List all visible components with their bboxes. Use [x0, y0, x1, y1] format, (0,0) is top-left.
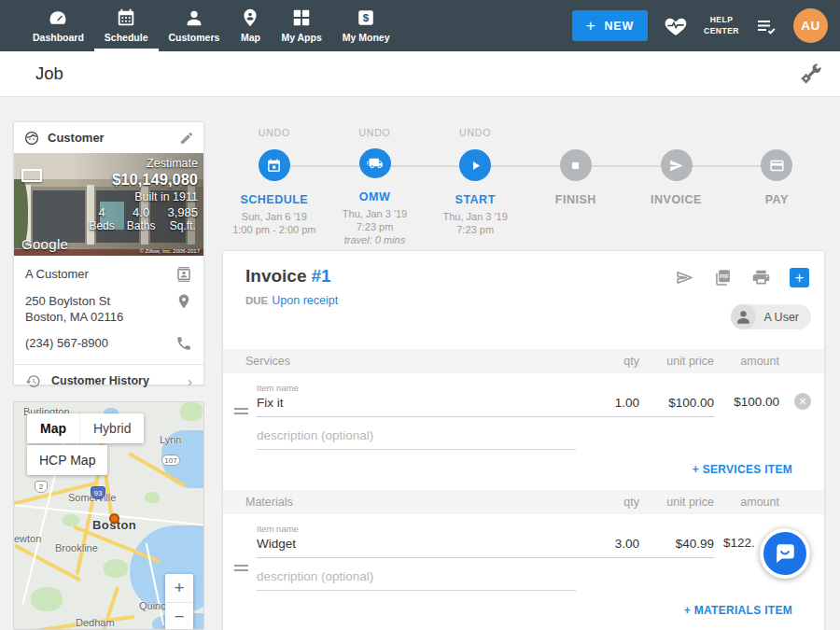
- add-materials-item-link[interactable]: + MATERIALS ITEM: [223, 604, 824, 617]
- sqft-value: 3,985: [167, 205, 198, 219]
- map-park: [180, 402, 203, 421]
- material-unit-price-input[interactable]: [639, 535, 714, 558]
- material-name-input[interactable]: [257, 535, 574, 558]
- services-section-header: Services qty unit price amount: [223, 349, 824, 373]
- beds-label: Beds: [89, 219, 114, 232]
- top-nav: Dashboard Schedule Customers Map My Apps…: [0, 0, 840, 51]
- calendar-icon: [116, 7, 136, 28]
- material-description-input[interactable]: [257, 567, 576, 591]
- user-avatar[interactable]: AU: [793, 8, 828, 43]
- item-name-label: Item name: [257, 383, 824, 393]
- add-services-item-link[interactable]: + SERVICES ITEM: [223, 463, 824, 476]
- map-park: [145, 492, 160, 503]
- map-type-map-button[interactable]: Map: [27, 413, 79, 443]
- service-description-row: [257, 427, 824, 450]
- page-bar: Job: [0, 51, 840, 97]
- assignee-chip[interactable]: A User: [731, 304, 811, 329]
- customer-history-row[interactable]: Customer History ›: [14, 364, 203, 397]
- invoice-step-button[interactable]: [661, 149, 693, 181]
- undo-start-button[interactable]: UNDO: [459, 127, 491, 139]
- send-invoice-icon[interactable]: [675, 268, 694, 287]
- hcp-map-button[interactable]: HCP Map: [27, 445, 107, 475]
- zoom-out-button[interactable]: −: [165, 602, 193, 630]
- nav-item-customers[interactable]: Customers: [159, 0, 231, 51]
- step-omw: UNDO OMW Thu, Jan 3 '197:23 pmtravel: 0 …: [325, 127, 426, 246]
- job-settings-icon[interactable]: [799, 62, 823, 86]
- zoom-in-button[interactable]: +: [165, 574, 193, 602]
- omw-step-button[interactable]: [359, 148, 391, 178]
- invoice-actions: PDF +: [675, 268, 809, 287]
- nav-label: Customers: [169, 32, 220, 43]
- google-watermark: Google: [21, 236, 68, 252]
- materials-title: Materials: [245, 496, 574, 509]
- step-label: START: [455, 193, 496, 206]
- contact-card-icon[interactable]: [175, 266, 192, 283]
- zillow-copyright: © Zillow, Inc. 2006-2017: [140, 248, 200, 254]
- step-start: UNDO START Thu, Jan 3 '197:23 pm: [425, 127, 525, 246]
- add-invoice-button[interactable]: +: [790, 268, 809, 287]
- map-widget[interactable]: Burlington Lynn Somerville Boston ham Ne…: [13, 401, 204, 630]
- edit-customer-icon[interactable]: [179, 131, 194, 146]
- drag-handle[interactable]: [234, 408, 248, 417]
- map-type-buttons: Map Hybrid: [27, 413, 144, 443]
- service-unit-price-input[interactable]: [639, 394, 714, 417]
- customer-card-header: Customer: [14, 122, 203, 153]
- help-center-link[interactable]: HELP CENTER: [704, 15, 739, 35]
- nav-label: Dashboard: [33, 32, 84, 43]
- street-view-icon[interactable]: [21, 169, 42, 182]
- step-pay: PAY: [726, 127, 827, 246]
- sqft-label: Sq.ft.: [167, 219, 198, 232]
- nav-item-my-apps[interactable]: My Apps: [271, 0, 331, 51]
- send-icon: [668, 158, 684, 174]
- nav-item-schedule[interactable]: Schedule: [94, 0, 159, 51]
- step-label: SCHEDULE: [240, 193, 308, 206]
- property-photo[interactable]: Zestimate $10,149,080 Built in 1911 4Bed…: [14, 153, 203, 256]
- step-dates: Sun, Jan 6 '191:00 pm - 2:00 pm: [232, 210, 315, 236]
- unit-price-column-header: unit price: [639, 355, 714, 368]
- truck-icon: [367, 156, 383, 172]
- nav-item-map[interactable]: Map: [230, 0, 271, 51]
- service-name-input[interactable]: [257, 394, 574, 417]
- nav-label: My Apps: [281, 32, 321, 43]
- location-pin-icon[interactable]: [175, 293, 192, 310]
- service-qty-input[interactable]: [574, 394, 639, 417]
- task-list-icon[interactable]: [755, 15, 777, 37]
- drag-handle[interactable]: [234, 565, 248, 574]
- finish-step-button[interactable]: [560, 149, 592, 181]
- map-label-dedham: Dedham: [76, 617, 115, 628]
- chat-bubble-button[interactable]: [760, 528, 810, 579]
- invoice-card: Invoice#1 DUEUpon receipt PDF + A User S…: [222, 250, 825, 630]
- job-location-marker[interactable]: [109, 513, 119, 524]
- undo-schedule-button[interactable]: UNDO: [259, 127, 290, 139]
- baths-value: 4.0: [127, 205, 156, 219]
- step-schedule: UNDO SCHEDULE Sun, Jan 6 '191:00 pm - 2:…: [224, 127, 325, 246]
- page-title: Job: [35, 63, 63, 84]
- job-progress-stepper: UNDO SCHEDULE Sun, Jan 6 '191:00 pm - 2:…: [224, 127, 827, 246]
- map-type-hybrid-button[interactable]: Hybrid: [79, 413, 144, 443]
- customer-address: 250 Boylston StBoston, MA 02116: [25, 293, 175, 325]
- material-description-row: [257, 567, 824, 591]
- step-dates: Thu, Jan 3 '197:23 pmtravel: 0 mins: [343, 207, 407, 246]
- remove-service-item-button[interactable]: ✕: [794, 393, 811, 410]
- start-step-button[interactable]: [459, 149, 491, 181]
- invoice-title: Invoice#1: [245, 266, 331, 287]
- health-heart-icon[interactable]: [664, 14, 688, 38]
- face-icon: [23, 130, 40, 147]
- assignee-name: A User: [763, 311, 799, 324]
- nav-right: + NEW HELP CENTER AU: [572, 0, 840, 51]
- chevron-right-icon: ›: [188, 373, 192, 389]
- nav-item-my-money[interactable]: $ My Money: [332, 0, 400, 51]
- due-terms-link[interactable]: Upon receipt: [272, 294, 338, 307]
- step-label: FINISH: [555, 193, 596, 206]
- print-icon[interactable]: [751, 268, 771, 287]
- phone-icon[interactable]: [175, 335, 192, 352]
- pdf-icon[interactable]: PDF: [713, 268, 733, 287]
- schedule-step-button[interactable]: [259, 149, 290, 181]
- pay-step-button[interactable]: [761, 149, 792, 181]
- new-button[interactable]: + NEW: [572, 10, 648, 41]
- service-description-input[interactable]: [257, 427, 576, 450]
- undo-omw-button[interactable]: UNDO: [358, 127, 390, 138]
- material-qty-input[interactable]: [574, 535, 639, 558]
- nav-item-dashboard[interactable]: Dashboard: [22, 0, 94, 51]
- map-label-lynn: Lynn: [160, 434, 181, 445]
